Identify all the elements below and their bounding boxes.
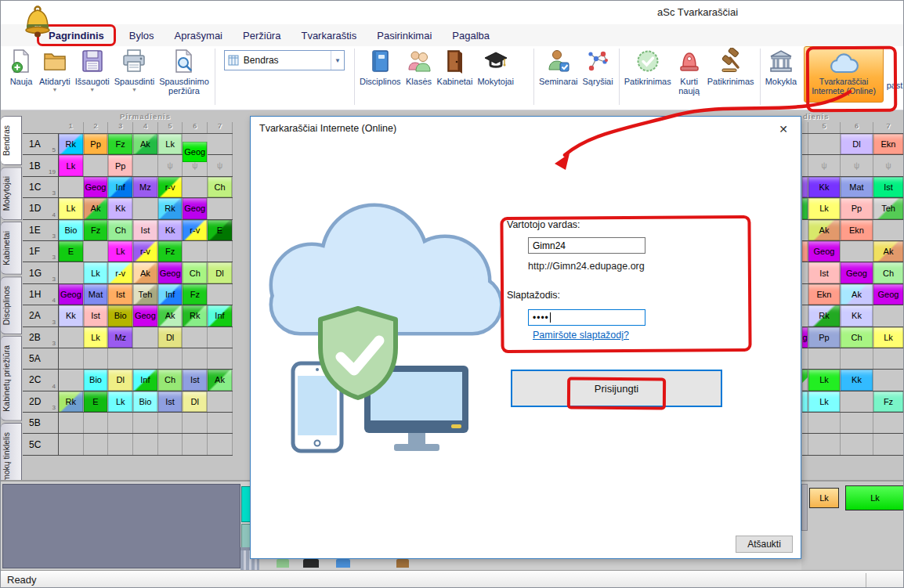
timetable-cell[interactable] bbox=[873, 348, 904, 369]
lesson-cell[interactable]: Teh bbox=[873, 198, 904, 218]
row-label[interactable]: 5C bbox=[23, 434, 59, 454]
menu-item-pagalba[interactable]: Pagalba bbox=[442, 27, 500, 44]
timetable-cell[interactable] bbox=[84, 434, 109, 454]
timetable-cell[interactable] bbox=[808, 413, 841, 433]
row-label[interactable]: 2D3 bbox=[23, 391, 59, 412]
timetable-cell[interactable] bbox=[158, 434, 183, 454]
lesson-cell[interactable]: Geog bbox=[183, 198, 208, 218]
timetable-cell[interactable] bbox=[133, 413, 158, 433]
lesson-cell[interactable]: Lk bbox=[808, 391, 841, 412]
close-icon[interactable]: ✕ bbox=[776, 121, 791, 137]
lesson-cell[interactable]: Geog bbox=[59, 284, 84, 305]
lesson-cell[interactable]: Lk bbox=[158, 134, 183, 154]
lesson-cell[interactable]: Geog bbox=[84, 177, 109, 197]
row-label[interactable]: 5A bbox=[23, 348, 59, 369]
lesson-cell[interactable]: Ch bbox=[108, 220, 133, 240]
timetable-cell[interactable] bbox=[183, 241, 208, 262]
placeholder-cell[interactable]: ψ bbox=[841, 155, 873, 175]
lesson-cell[interactable]: Ist bbox=[158, 391, 183, 412]
timetable-cell[interactable] bbox=[873, 370, 904, 390]
dropdown-arrow-icon[interactable]: ▼ bbox=[52, 87, 57, 92]
tab-mokytojai[interactable]: Mokytojai bbox=[1, 167, 22, 220]
lesson-cell[interactable]: Ak bbox=[133, 262, 158, 283]
timetable-cell[interactable] bbox=[183, 434, 208, 454]
timetable-cell[interactable] bbox=[841, 413, 873, 433]
lesson-cell[interactable] bbox=[802, 370, 808, 390]
lesson-cell[interactable]: r-v bbox=[158, 177, 183, 197]
timetable-cell[interactable] bbox=[84, 413, 109, 433]
menu-item-aprasymai[interactable]: Aprašymai bbox=[165, 27, 233, 44]
lesson-card[interactable]: Lk bbox=[809, 488, 839, 508]
timetable-cell[interactable] bbox=[183, 327, 208, 348]
lesson-cell[interactable]: Dl bbox=[108, 370, 133, 390]
lesson-cell[interactable]: g bbox=[802, 327, 808, 348]
lesson-cell[interactable]: Ak bbox=[84, 198, 109, 218]
lesson-cell[interactable]: Mat bbox=[841, 177, 873, 197]
cancel-button[interactable]: Atšaukti bbox=[736, 536, 793, 553]
lesson-cell[interactable]: Ch bbox=[183, 262, 208, 283]
timetable-cell[interactable] bbox=[841, 434, 873, 454]
timetable-cell[interactable] bbox=[841, 241, 873, 262]
lesson-cell[interactable]: Kk bbox=[108, 198, 133, 218]
lesson-cell[interactable]: Ekn bbox=[873, 134, 904, 154]
timetable-cell[interactable] bbox=[808, 434, 841, 454]
menu-item-tvarkarastis[interactable]: Tvarkaraštis bbox=[291, 27, 367, 44]
verify-button[interactable]: Patikrinimas bbox=[705, 46, 757, 88]
lesson-cell[interactable]: Lk bbox=[108, 241, 133, 262]
lesson-cell[interactable]: Inf bbox=[108, 177, 133, 197]
lesson-cell[interactable]: Kk bbox=[841, 370, 873, 390]
lesson-cell[interactable]: Dl bbox=[158, 327, 183, 348]
lesson-cell[interactable]: Ak bbox=[873, 241, 904, 262]
lesson-cell[interactable]: Bio bbox=[59, 220, 84, 240]
view-select-combo[interactable]: Bendras ▼ bbox=[224, 50, 345, 70]
timetable-cell[interactable] bbox=[208, 391, 233, 412]
lesson-cell[interactable]: Lk bbox=[808, 198, 841, 218]
relations-button[interactable]: Sąryšiai bbox=[580, 46, 616, 88]
lesson-cell[interactable]: Ak bbox=[841, 284, 873, 305]
new-button[interactable]: Nauja bbox=[5, 46, 37, 88]
timetable-cell[interactable] bbox=[133, 327, 158, 348]
lesson-cell[interactable]: Dl bbox=[208, 262, 233, 283]
timetable-cell[interactable] bbox=[802, 284, 808, 305]
dropdown-arrow-icon[interactable]: ▼ bbox=[132, 87, 137, 92]
password-input[interactable]: •••• bbox=[528, 309, 645, 326]
timetable-cell[interactable] bbox=[873, 434, 904, 454]
lesson-cell[interactable]: Lk bbox=[59, 198, 84, 218]
lesson-cell[interactable]: Pp bbox=[108, 155, 133, 175]
print-preview-button[interactable]: Spausdinimo peržiūra bbox=[157, 46, 212, 97]
lesson-cell[interactable]: Kk bbox=[59, 305, 84, 326]
timetable-cell[interactable] bbox=[802, 262, 808, 283]
timetable-cell[interactable] bbox=[108, 348, 133, 369]
lesson-cell[interactable]: Ch bbox=[873, 262, 904, 283]
menu-item-bylos[interactable]: Bylos bbox=[119, 27, 165, 44]
tab-disciplinos[interactable]: Disciplinos bbox=[1, 276, 22, 334]
lesson-cell[interactable]: E bbox=[208, 220, 233, 240]
save-button[interactable]: Išsaugoti ▼ bbox=[73, 46, 112, 94]
timetable-cell[interactable] bbox=[59, 262, 84, 283]
row-label[interactable]: 1A5 bbox=[23, 134, 59, 154]
menu-item-pagrindinis[interactable]: Pagrindinis bbox=[47, 30, 106, 41]
lesson-cell[interactable]: Kk bbox=[158, 220, 183, 240]
lesson-cell[interactable]: Ak bbox=[808, 220, 841, 240]
timetable-cell[interactable] bbox=[108, 413, 133, 433]
timetable-cell[interactable] bbox=[158, 348, 183, 369]
lesson-cell[interactable]: Kk bbox=[841, 305, 873, 326]
row-label[interactable]: 1C3 bbox=[23, 177, 59, 197]
generate-new-button[interactable]: Kurti naują bbox=[674, 46, 705, 97]
lesson-cell[interactable]: Rk bbox=[158, 198, 183, 218]
timetable-cell[interactable] bbox=[208, 241, 233, 262]
school-button[interactable]: Mokykla bbox=[763, 46, 799, 88]
timetable-cell[interactable] bbox=[59, 434, 84, 454]
timetable-cell[interactable] bbox=[873, 413, 904, 433]
lesson-cell[interactable]: Rk bbox=[59, 391, 84, 412]
timetable-cell[interactable] bbox=[84, 155, 109, 175]
timetable-cell[interactable] bbox=[133, 198, 158, 218]
row-label[interactable]: 2A3 bbox=[23, 305, 59, 326]
lesson-card[interactable]: Lk bbox=[845, 485, 904, 510]
lesson-cell[interactable]: Inf bbox=[208, 305, 233, 326]
lesson-cell[interactable]: Lk bbox=[873, 327, 904, 348]
lesson-cell[interactable]: Ist bbox=[108, 284, 133, 305]
lesson-cell[interactable]: Geog bbox=[808, 241, 841, 262]
timetable-cell[interactable] bbox=[208, 434, 233, 454]
timetable-cell[interactable] bbox=[873, 220, 904, 240]
